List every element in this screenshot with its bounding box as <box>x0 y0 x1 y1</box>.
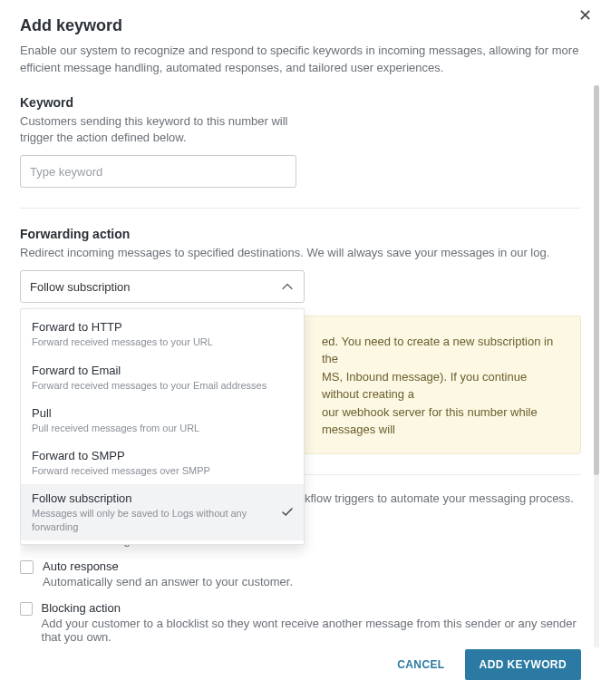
forwarding-desc: Redirect incoming messages to specified … <box>20 245 581 261</box>
option-desc: Automatically send an answer to your cus… <box>43 575 293 588</box>
add-keyword-button[interactable]: ADD KEYWORD <box>465 649 581 680</box>
dropdown-option-sub: Forward received messages over SMPP <box>32 464 276 477</box>
banner-line-1: ed. You need to create a new subscriptio… <box>322 335 553 366</box>
dropdown-option-pull[interactable]: Pull Pull received messages from our URL <box>21 399 304 442</box>
forwarding-selected-value: Follow subscription <box>30 280 131 294</box>
dropdown-option-title: Follow subscription <box>32 491 276 505</box>
scrollbar-thumb[interactable] <box>594 85 599 475</box>
chevron-up-icon <box>282 284 293 290</box>
option-title: Auto response <box>43 559 293 573</box>
scrollbar[interactable] <box>592 85 601 647</box>
dropdown-option-sub: Pull received messages from our URL <box>32 422 276 434</box>
checkbox-auto-response[interactable] <box>20 560 34 574</box>
forwarding-select[interactable]: Follow subscription <box>20 270 305 303</box>
dropdown-option-title: Forward to Email <box>32 364 276 377</box>
option-blocking-action[interactable]: Blocking action Add your customer to a b… <box>20 601 581 644</box>
modal-footer: CANCEL ADD KEYWORD <box>393 649 581 680</box>
modal-body: Add keyword Enable our system to recogni… <box>20 16 581 647</box>
add-keyword-modal: ✕ Add keyword Enable our system to recog… <box>0 0 601 700</box>
dropdown-option-follow-subscription[interactable]: Follow subscription Messages will only b… <box>21 484 304 540</box>
dropdown-option-title: Forward to SMPP <box>32 449 276 462</box>
checkbox-blocking-action[interactable] <box>20 602 33 616</box>
forwarding-label: Forwarding action <box>20 227 581 241</box>
check-icon <box>282 505 293 520</box>
cancel-button[interactable]: CANCEL <box>393 651 448 678</box>
dropdown-option-forward-email[interactable]: Forward to Email Forward received messag… <box>21 356 304 399</box>
banner-line-2: MS, Inbound message). If you continue wi… <box>322 370 527 402</box>
divider <box>20 208 581 209</box>
dropdown-option-forward-http[interactable]: Forward to HTTP Forward received message… <box>21 313 304 355</box>
forwarding-section: Forwarding action Redirect incoming mess… <box>20 227 581 454</box>
keyword-label: Keyword <box>20 95 581 110</box>
additional-desc-fragment: kflow triggers to automate your messagin… <box>305 491 574 505</box>
forwarding-dropdown: Forward to HTTP Forward received message… <box>20 308 305 545</box>
keyword-input[interactable] <box>20 155 296 188</box>
dropdown-option-sub: Forward received messages to your Email … <box>32 379 276 392</box>
dropdown-option-title: Pull <box>32 406 276 420</box>
option-desc: Add your customer to a blocklist so they… <box>42 617 581 644</box>
keyword-desc: Customers sending this keyword to this n… <box>20 113 292 146</box>
dropdown-option-sub: Messages will only be saved to Logs with… <box>32 507 276 533</box>
dropdown-option-sub: Forward received messages to your URL <box>32 335 276 348</box>
option-title: Blocking action <box>42 601 581 615</box>
dropdown-option-title: Forward to HTTP <box>32 320 276 334</box>
modal-subtitle: Enable our system to recognize and respo… <box>20 43 581 77</box>
modal-title: Add keyword <box>20 16 581 35</box>
keyword-section: Keyword Customers sending this keyword t… <box>20 95 581 188</box>
banner-line-3: our webhook server for this number while… <box>322 405 538 437</box>
dropdown-option-forward-smpp[interactable]: Forward to SMPP Forward received message… <box>21 442 304 484</box>
option-auto-response[interactable]: Auto response Automatically send an answ… <box>20 559 581 588</box>
